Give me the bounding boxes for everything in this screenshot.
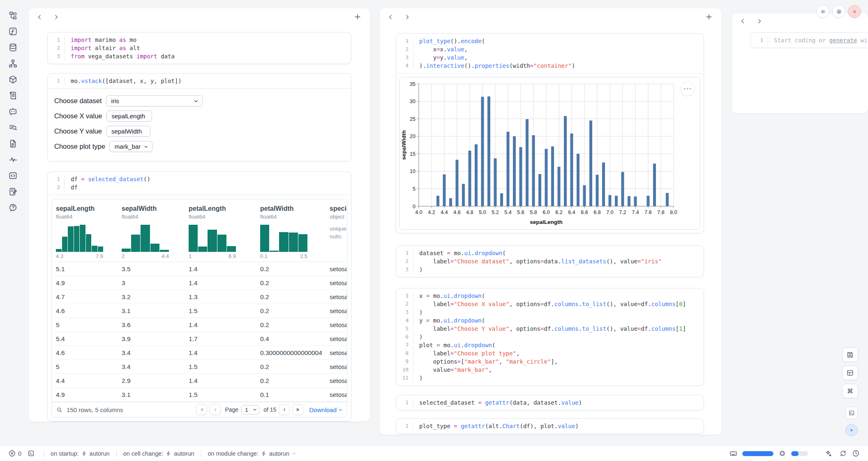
autorun-setting[interactable]: on startup:autorun — [51, 450, 110, 457]
column-histogram[interactable] — [189, 225, 236, 252]
add-cell-button[interactable] — [705, 13, 714, 22]
column-histogram[interactable] — [122, 225, 169, 252]
column-header[interactable]: petalWidthfloat640.12.5 — [256, 205, 326, 262]
sparkle-icon[interactable] — [824, 449, 832, 457]
fold-icon[interactable]: ⌄ — [407, 251, 409, 254]
table-row[interactable]: 4.931.40.2setosa — [52, 276, 347, 290]
close-button[interactable] — [848, 5, 861, 18]
scratchpad-icon[interactable] — [7, 186, 18, 197]
chevron-right-icon[interactable] — [404, 14, 411, 21]
chevron-left-icon[interactable] — [36, 14, 44, 21]
table-row[interactable]: 53.41.50.2setosa — [52, 360, 347, 374]
settings-button[interactable] — [832, 5, 845, 18]
svg-text:30: 30 — [410, 99, 416, 104]
page-select[interactable]: 1 — [241, 405, 259, 415]
code-editor[interactable]: plot_type().encode( x=x.value, y=y.value… — [413, 37, 704, 70]
chip-icon[interactable] — [778, 449, 786, 457]
database-icon[interactable] — [7, 42, 18, 53]
code-editor[interactable]: df = selected_dataset()df — [65, 175, 351, 191]
package-icon[interactable] — [7, 74, 18, 85]
empty-cell[interactable]: 1 Start coding or generate with — [750, 32, 868, 48]
app-view-button[interactable] — [842, 366, 858, 380]
refresh-icon[interactable] — [839, 449, 847, 457]
keyboard-shortcuts-button[interactable] — [842, 384, 858, 398]
choose-dataset-select[interactable]: iris — [106, 95, 203, 106]
table-row[interactable]: 5.43.91.70.4setosa — [52, 332, 347, 346]
chart-menu-button[interactable] — [680, 81, 695, 96]
chevron-right-icon[interactable] — [756, 18, 763, 25]
fold-icon[interactable]: ⌄ — [407, 39, 409, 42]
choose-x-value-select[interactable]: sepalLength — [106, 111, 152, 122]
save-button[interactable] — [842, 348, 858, 362]
prev-page-button[interactable] — [210, 404, 221, 415]
tracing-icon[interactable] — [7, 154, 18, 165]
cell-xy-dropdowns[interactable]: 1⌄234⌄567⌄891011x = mo.ui.dropdown( labe… — [396, 288, 704, 386]
functions-icon[interactable] — [7, 26, 18, 37]
column-header[interactable]: speciesobjectunique:nulls: — [326, 205, 347, 262]
table-row[interactable]: 4.63.41.40.3000000000000004setosa — [52, 346, 347, 360]
console-icon[interactable] — [27, 449, 35, 457]
choose-plot-type-select[interactable]: mark_bar — [109, 141, 152, 152]
choose-y-value-select[interactable]: sepalWidth — [106, 126, 150, 137]
table-row[interactable]: 53.61.40.2setosa — [52, 318, 347, 332]
code-editor[interactable]: plot_type = getattr(alt.Chart(df), plot.… — [413, 422, 704, 430]
search-icon[interactable] — [56, 406, 63, 413]
sepal-bar-chart[interactable]: 4.04.24.44.64.85.05.25.45.65.86.06.26.46… — [400, 77, 699, 229]
fold-icon[interactable]: ⌄ — [407, 343, 409, 346]
page-label: Page — [225, 406, 238, 413]
fold-icon[interactable]: ⌄ — [407, 293, 409, 297]
generate-link[interactable]: generate — [829, 37, 857, 44]
dependency-graph-icon[interactable] — [7, 58, 18, 69]
cell-selected-dataset[interactable]: 1selected_dataset = getattr(data, datase… — [396, 395, 704, 410]
code-editor[interactable]: import marimo as moimport altair as altf… — [65, 36, 351, 60]
svg-text:6.0: 6.0 — [542, 210, 549, 215]
column-histogram[interactable] — [56, 225, 103, 252]
cell-imports[interactable]: 123import marimo as moimport altair as a… — [47, 32, 351, 64]
column-header[interactable]: petalLengthfloat6416.9 — [185, 205, 256, 262]
logs-icon[interactable] — [7, 122, 18, 133]
table-row[interactable]: 4.63.11.50.2setosa — [52, 304, 347, 318]
file-tree-icon[interactable] — [7, 10, 18, 21]
cell-placeholder[interactable]: Start coding or generate with — [768, 36, 868, 44]
document-icon[interactable] — [7, 138, 18, 149]
column-header[interactable]: sepalWidthfloat6424.4 — [118, 205, 185, 262]
code-editor[interactable]: x = mo.ui.dropdown( label="Choose X valu… — [413, 292, 704, 382]
svg-text:6.6: 6.6 — [581, 210, 588, 215]
column-header[interactable]: sepalLengthfloat644.37.9 — [52, 205, 118, 262]
history-icon[interactable] — [852, 449, 860, 457]
cell-dataframe[interactable]: 12df = selected_dataset()df sepalLengthf… — [47, 171, 351, 422]
chevron-right-icon[interactable] — [53, 14, 60, 21]
keyboard-icon[interactable] — [729, 449, 737, 457]
chevron-left-icon[interactable] — [387, 14, 395, 21]
menu-button[interactable] — [816, 5, 829, 18]
chatbot-icon[interactable] — [7, 106, 18, 117]
table-row[interactable]: 4.93.11.50.1setosa — [52, 388, 347, 402]
table-row[interactable]: 4.42.91.40.2setosa — [52, 374, 347, 388]
cell-vstack[interactable]: 1mo.vstack([dataset, x, y, plot]) Choose… — [47, 73, 351, 161]
last-page-button[interactable] — [292, 404, 303, 415]
cell-plot[interactable]: 1⌄234plot_type().encode( x=x.value, y=y.… — [396, 33, 704, 233]
errors-icon[interactable] — [8, 449, 16, 457]
autorun-setting[interactable]: on module change:autorun — [208, 450, 297, 457]
add-cell-button[interactable] — [353, 13, 362, 22]
snippets-icon[interactable] — [7, 170, 18, 181]
terminal-button[interactable] — [845, 407, 858, 419]
next-page-button[interactable] — [279, 404, 290, 415]
code-editor[interactable]: selected_dataset = getattr(data, dataset… — [413, 399, 704, 407]
cell-plot-type[interactable]: 1plot_type = getattr(alt.Chart(df), plot… — [396, 418, 704, 434]
fold-icon[interactable]: ⌄ — [407, 318, 409, 321]
help-icon[interactable] — [7, 202, 18, 213]
download-button[interactable]: Download — [309, 406, 343, 413]
table-row[interactable]: 4.73.21.30.2setosa — [52, 290, 347, 304]
code-editor[interactable]: mo.vstack([dataset, x, y, plot]) — [65, 77, 351, 85]
column-histogram[interactable] — [260, 225, 307, 252]
run-button[interactable] — [845, 424, 858, 436]
cell-dataset-dropdown[interactable]: 1⌄23dataset = mo.ui.dropdown( label="Cho… — [396, 245, 704, 277]
table-row[interactable]: 5.13.51.40.2setosa — [52, 262, 347, 276]
code-editor[interactable]: dataset = mo.ui.dropdown( label="Choose … — [413, 249, 704, 274]
chevron-left-icon[interactable] — [739, 18, 747, 25]
svg-text:5.6: 5.6 — [517, 210, 524, 215]
script-icon[interactable] — [7, 90, 18, 101]
autorun-setting[interactable]: on cell change:autorun — [123, 450, 194, 457]
first-page-button[interactable] — [196, 404, 207, 415]
